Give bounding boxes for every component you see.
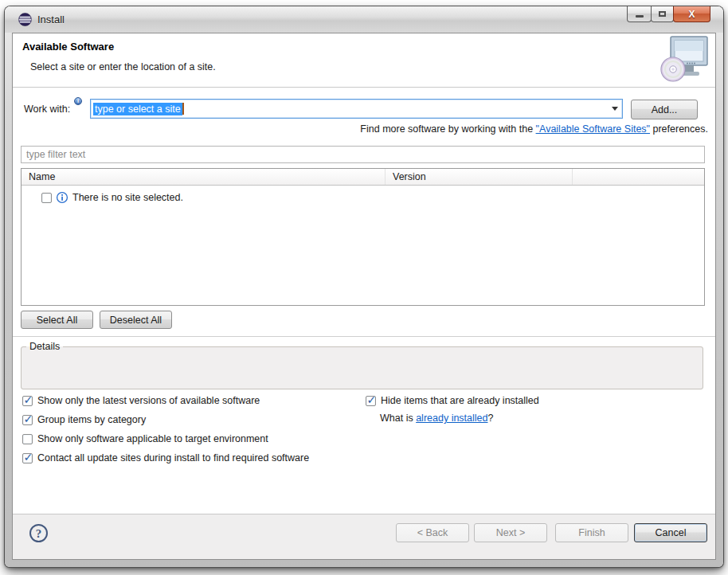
available-software-sites-link[interactable]: "Available Software Sites": [536, 123, 650, 135]
wizard-header: Available Software Select a site or ente…: [13, 33, 715, 88]
details-label: Details: [26, 341, 63, 352]
wizard-nav-buttons: < Back Next > Finish Cancel: [396, 523, 707, 542]
add-button[interactable]: Add...: [631, 100, 698, 119]
content-assist-bulb-icon: i: [74, 97, 82, 105]
column-header-name[interactable]: Name: [22, 169, 386, 185]
cancel-button[interactable]: Cancel: [634, 523, 707, 542]
table-row[interactable]: There is no site selected.: [22, 186, 704, 204]
deselect-all-button[interactable]: Deselect All: [100, 311, 172, 329]
already-installed-link[interactable]: already installed: [416, 413, 487, 424]
checkbox[interactable]: [22, 415, 33, 425]
checkbox[interactable]: [366, 396, 376, 406]
combo-selected-text[interactable]: type or select a site: [93, 103, 182, 115]
eclipse-app-icon: [18, 13, 32, 26]
maximize-icon: [659, 11, 666, 17]
row-message: There is no site selected.: [72, 192, 183, 203]
what-is-installed-text: What is already installed?: [380, 413, 493, 424]
separator: [13, 336, 715, 337]
option-contact-update-sites[interactable]: Contact all update sites during install …: [22, 452, 309, 464]
window-title: Install: [37, 14, 65, 25]
software-table[interactable]: Name Version There is no site selected.: [21, 168, 705, 306]
help-button[interactable]: ?: [29, 524, 48, 542]
text-caret: [182, 103, 184, 115]
option-applicable-environment[interactable]: Show only software applicable to target …: [22, 433, 268, 444]
minimize-button[interactable]: [627, 6, 652, 22]
minimize-icon: [636, 15, 644, 18]
close-icon: X: [688, 9, 695, 20]
option-group-by-category[interactable]: Group items by category: [22, 414, 146, 425]
maximize-button[interactable]: [651, 6, 674, 22]
install-software-icon: [660, 35, 710, 84]
finish-button[interactable]: Finish: [555, 523, 628, 542]
combo-dropdown-arrow-icon[interactable]: [607, 100, 622, 118]
button-bar: ? < Back Next > Finish Cancel: [13, 514, 715, 559]
column-header-version[interactable]: Version: [386, 169, 573, 185]
details-group: Details: [21, 341, 703, 389]
select-all-button[interactable]: Select All: [21, 311, 93, 329]
checkbox[interactable]: [22, 453, 33, 464]
back-button[interactable]: < Back: [396, 523, 469, 542]
checkbox[interactable]: [22, 434, 33, 444]
install-dialog-window: Install X Available Software Select a si…: [5, 6, 723, 567]
window-controls: X: [628, 6, 710, 22]
info-icon: [56, 191, 68, 204]
column-header-empty: [573, 169, 704, 185]
table-header: Name Version: [22, 169, 704, 186]
find-more-text: Find more software by working with the "…: [360, 123, 708, 135]
titlebar[interactable]: Install: [5, 6, 723, 33]
close-button[interactable]: X: [673, 6, 710, 22]
work-with-combo[interactable]: type or select a site: [90, 99, 623, 119]
dialog-client-area: Available Software Select a site or ente…: [12, 33, 716, 560]
option-hide-installed[interactable]: Hide items that are already installed: [366, 395, 539, 406]
filter-input[interactable]: [21, 146, 705, 163]
checkbox[interactable]: [22, 396, 33, 406]
page-subtitle: Select a site or enter the location of a…: [30, 61, 216, 72]
work-with-label: Work with:: [24, 104, 70, 115]
page-title: Available Software: [22, 41, 114, 53]
row-checkbox[interactable]: [41, 193, 52, 203]
next-button[interactable]: Next >: [474, 523, 547, 542]
option-show-latest-versions[interactable]: Show only the latest versions of availab…: [22, 395, 260, 406]
